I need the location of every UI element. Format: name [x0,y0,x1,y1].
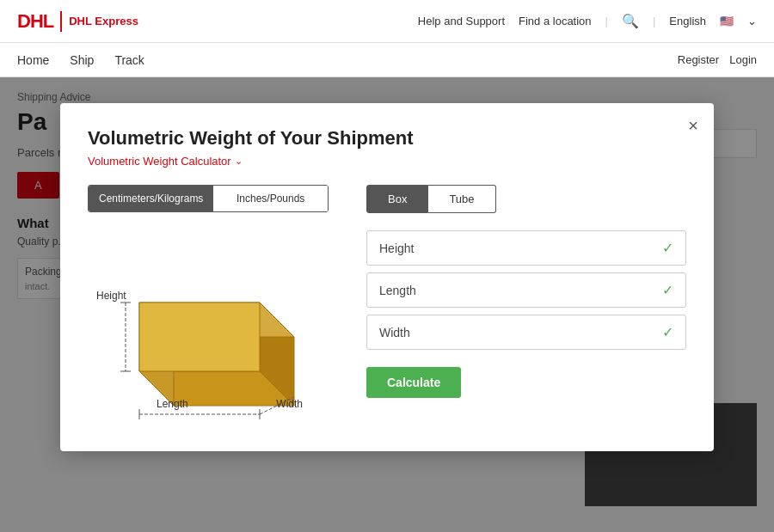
length-field[interactable]: Length ✓ [366,272,686,308]
left-panel: Centimeters/Kilograms Inches/Pounds [88,185,346,427]
nav-home[interactable]: Home [17,53,49,67]
width-field[interactable]: Width ✓ [366,315,686,350]
dimension-fields: Height ✓ Length ✓ Width ✓ [366,230,686,350]
length-diagram-label: Length [157,398,188,410]
language-label: English [669,15,706,28]
box-diagram: Height Length Width [88,229,329,427]
height-field[interactable]: Height ✓ [366,230,686,266]
shape-toggle: Box Tube [366,185,686,213]
dhl-express-label: DHL Express [69,15,138,28]
volumetric-calculator-label: Volumetric Weight Calculator [88,155,231,168]
width-chevron-icon: ✓ [662,324,673,340]
width-field-label: Width [379,326,410,339]
height-diagram-label: Height [96,290,126,302]
right-panel: Box Tube Height ✓ Length ✓ [366,185,686,427]
header-separator2: | [653,15,655,28]
tube-shape-button[interactable]: Tube [428,185,495,213]
header-separator: | [605,15,608,28]
modal-close-button[interactable]: × [688,117,698,134]
nav-links: Home Ship Track [17,53,144,67]
cm-kg-button[interactable]: Centimeters/Kilograms [89,186,213,211]
dhl-logo-text: DHL [17,10,53,33]
height-field-label: Height [379,242,414,255]
modal-body: Centimeters/Kilograms Inches/Pounds [88,185,686,427]
logo-divider [60,11,62,32]
width-diagram-label: Width [276,398,303,410]
svg-marker-4 [139,303,260,371]
unit-toggle: Centimeters/Kilograms Inches/Pounds [88,185,329,212]
in-lb-button[interactable]: Inches/Pounds [213,186,328,211]
help-support-link[interactable]: Help and Support [418,15,505,28]
page-content: Shipping Advice Pa Parcels must be prope… [0,77,774,532]
length-field-label: Length [379,284,416,297]
header-left: DHL DHL Express [17,10,138,33]
flag-icon: 🇺🇸 [720,15,734,28]
modal-title: Volumetric Weight of Your Shipment [88,127,686,150]
nav-ship[interactable]: Ship [70,53,94,67]
nav-right: Register Login [678,53,757,66]
modal-overlay: × Volumetric Weight of Your Shipment Vol… [0,77,774,532]
header: DHL DHL Express Help and Support Find a … [0,0,774,43]
subtitle-chevron-icon: ⌄ [235,156,243,167]
login-link[interactable]: Login [729,53,757,66]
length-chevron-icon: ✓ [662,282,673,298]
height-chevron-icon: ✓ [662,240,673,256]
calculate-button[interactable]: Calculate [366,367,461,398]
register-link[interactable]: Register [678,53,719,66]
nav-track[interactable]: Track [114,53,144,67]
nav-bar: Home Ship Track Register Login [0,43,774,77]
dhl-logo: DHL DHL Express [17,10,138,33]
find-location-link[interactable]: Find a location [519,15,592,28]
language-chevron-icon[interactable]: ⌄ [747,15,757,28]
modal-subtitle-link[interactable]: Volumetric Weight Calculator ⌄ [88,155,686,168]
box-shape-button[interactable]: Box [366,185,428,213]
modal: × Volumetric Weight of Your Shipment Vol… [60,103,714,451]
search-icon[interactable]: 🔍 [622,13,639,29]
header-right: Help and Support Find a location | 🔍 | E… [418,13,757,29]
